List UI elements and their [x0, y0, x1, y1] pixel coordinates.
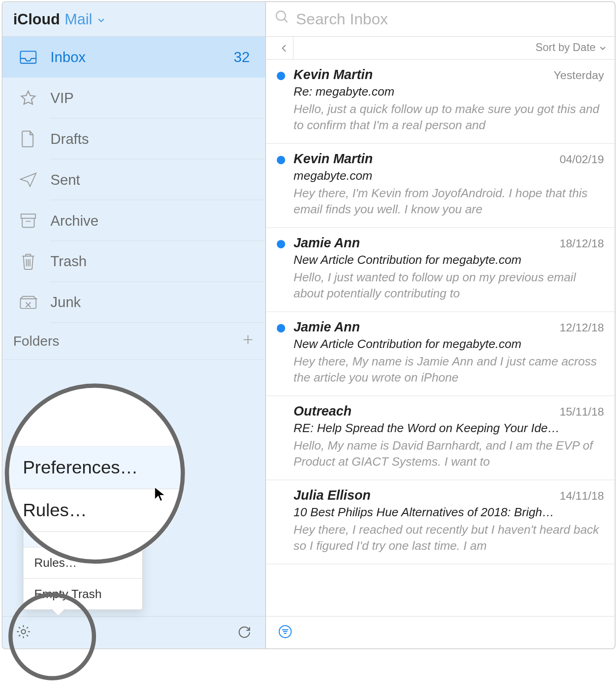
message-preview: Hello, just a quick follow up to make su… — [294, 101, 604, 134]
sort-label: Sort by Date — [536, 42, 596, 54]
trash-icon — [19, 252, 37, 270]
archive-icon — [19, 211, 37, 229]
sidebar-item-junk[interactable]: Junk — [2, 282, 265, 323]
inbox-count: 32 — [234, 49, 254, 66]
junk-icon — [19, 293, 37, 311]
popup-empty-trash[interactable]: Empty Trash — [23, 579, 142, 610]
cursor-icon — [153, 485, 168, 505]
sidebar-header[interactable]: iCloud Mail — [2, 2, 265, 37]
sidebar-item-label: Trash — [51, 253, 254, 270]
sidebar-footer — [2, 616, 265, 649]
search-row[interactable] — [266, 2, 615, 37]
main-pane: Sort by Date Kevin MartinYesterdayRe: me… — [266, 2, 615, 648]
message-sender: Kevin Martin — [294, 67, 373, 82]
sidebar-item-trash[interactable]: Trash — [2, 241, 265, 282]
sidebar-item-vip[interactable]: VIP — [2, 78, 265, 119]
message-date: 12/12/18 — [559, 321, 604, 334]
message-subject: New Article Contribution for megabyte.co… — [294, 337, 604, 351]
refresh-icon[interactable] — [237, 623, 252, 641]
message-sender: Jamie Ann — [294, 235, 360, 251]
sidebar-item-label: Sent — [51, 171, 254, 188]
unread-dot — [277, 72, 285, 80]
message-subject: New Article Contribution for megabyte.co… — [294, 253, 604, 267]
message-date: 18/12/18 — [559, 237, 604, 250]
star-icon — [19, 89, 37, 107]
message-date: 14/11/18 — [559, 489, 604, 502]
paper-plane-icon — [19, 171, 37, 189]
sort-row: Sort by Date — [266, 37, 615, 60]
unread-dot — [277, 324, 285, 332]
brand: iCloud — [13, 11, 60, 28]
inbox-icon — [19, 48, 37, 66]
svg-point-2 — [277, 11, 286, 20]
mail-label: Mail — [65, 11, 92, 28]
document-icon — [19, 130, 37, 148]
message-item[interactable]: Kevin Martin04/02/19megabyte.comHey ther… — [266, 144, 615, 228]
search-input[interactable] — [296, 10, 606, 29]
message-subject: RE: Help Spread the Word on Keeping Your… — [294, 422, 604, 435]
sidebar-item-label: Archive — [51, 212, 254, 229]
magnifier-overlay: Preferences… Rules… — [7, 386, 185, 564]
chevron-down-icon — [97, 11, 105, 28]
unread-dot — [277, 156, 285, 164]
message-item[interactable]: Julia Ellison14/11/1810 Best Philips Hue… — [266, 480, 615, 565]
sidebar-item-label: Junk — [51, 294, 254, 311]
message-list[interactable]: Kevin MartinYesterdayRe: megabyte.comHel… — [266, 60, 615, 616]
message-preview: Hey there, I reached out recently but I … — [294, 522, 604, 554]
message-preview: Hey there, My name is Jamie Ann and I ju… — [294, 354, 604, 386]
message-sender: Jamie Ann — [294, 319, 360, 335]
message-preview: Hey there, I'm Kevin from JoyofAndroid. … — [294, 185, 604, 218]
message-item[interactable]: Jamie Ann12/12/18New Article Contributio… — [266, 312, 615, 396]
message-subject: megabyte.com — [294, 169, 604, 183]
main-footer — [266, 616, 615, 649]
search-icon — [274, 9, 290, 29]
sidebar-item-inbox[interactable]: Inbox 32 — [2, 37, 265, 78]
sidebar-item-archive[interactable]: Archive — [2, 200, 265, 241]
folders-row[interactable]: Folders — [2, 323, 265, 360]
sidebar-item-sent[interactable]: Sent — [2, 160, 265, 200]
gear-icon[interactable] — [16, 623, 31, 641]
message-preview: Hello, I just wanted to follow up on my … — [294, 269, 604, 302]
filter-icon[interactable] — [278, 624, 292, 641]
message-sender: Julia Ellison — [294, 487, 371, 503]
unread-dot — [277, 240, 285, 248]
folders-label: Folders — [13, 333, 59, 349]
plus-icon[interactable] — [241, 333, 254, 350]
back-button[interactable] — [274, 37, 294, 59]
message-date: Yesterday — [554, 68, 604, 82]
message-subject: 10 Best Philips Hue Alternatives of 2018… — [294, 506, 604, 519]
svg-rect-0 — [21, 214, 35, 218]
message-subject: Re: megabyte.com — [294, 85, 604, 99]
svg-point-1 — [21, 629, 25, 633]
message-sender: Kevin Martin — [294, 151, 373, 166]
message-item[interactable]: Outreach15/11/18RE: Help Spread the Word… — [266, 396, 615, 480]
message-sender: Outreach — [294, 403, 351, 419]
message-item[interactable]: Kevin MartinYesterdayRe: megabyte.comHel… — [266, 60, 615, 144]
sidebar-item-label: Drafts — [51, 131, 254, 148]
sort-button[interactable]: Sort by Date — [536, 42, 606, 54]
magnified-preferences[interactable]: Preferences… — [7, 446, 185, 489]
message-date: 15/11/18 — [559, 405, 604, 418]
sidebar-item-drafts[interactable]: Drafts — [2, 119, 265, 160]
message-preview: Hello, My name is David Barnhardt, and I… — [294, 438, 604, 470]
sidebar-item-label: Inbox — [51, 49, 220, 66]
sidebar-item-label: VIP — [51, 90, 254, 107]
message-date: 04/02/19 — [559, 153, 604, 166]
message-item[interactable]: Jamie Ann18/12/18New Article Contributio… — [266, 228, 615, 312]
